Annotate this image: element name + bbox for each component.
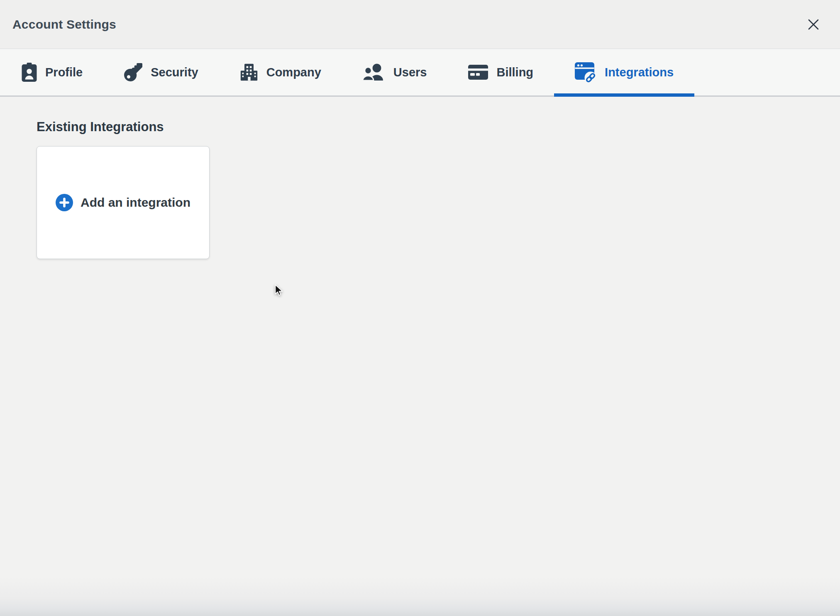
add-integration-label: Add an integration — [81, 196, 190, 210]
users-icon — [363, 64, 385, 81]
close-button[interactable] — [804, 15, 823, 34]
key-icon — [124, 63, 142, 81]
plus-circle-icon — [56, 194, 73, 211]
page-title: Account Settings — [12, 17, 116, 32]
tab-label: Security — [151, 66, 198, 79]
tab-label: Company — [266, 66, 321, 79]
tab-profile[interactable]: Profile — [1, 49, 103, 95]
tab-label: Profile — [45, 66, 83, 79]
tab-security[interactable]: Security — [103, 49, 219, 95]
tab-users[interactable]: Users — [342, 49, 448, 95]
modal-header: Account Settings — [0, 0, 840, 49]
tab-label: Integrations — [605, 66, 674, 79]
tab-label: Users — [393, 66, 427, 79]
window-bottom-gradient — [0, 577, 840, 616]
credit-card-icon — [468, 65, 488, 80]
tab-label: Billing — [496, 66, 533, 79]
clipboard-user-icon — [22, 63, 37, 82]
window-link-icon — [575, 61, 596, 84]
add-integration-card[interactable]: Add an integration — [37, 146, 210, 259]
building-icon — [240, 63, 258, 81]
integrations-panel: Existing Integrations Add an integration — [0, 97, 840, 616]
close-icon — [806, 17, 820, 32]
account-settings-modal: Account Settings Profile — [0, 0, 840, 616]
tab-billing[interactable]: Billing — [447, 49, 554, 95]
settings-tab-bar: Profile Security — [0, 49, 840, 97]
existing-integrations-heading: Existing Integrations — [37, 119, 840, 134]
tab-company[interactable]: Company — [219, 49, 342, 95]
tab-integrations[interactable]: Integrations — [554, 49, 694, 95]
